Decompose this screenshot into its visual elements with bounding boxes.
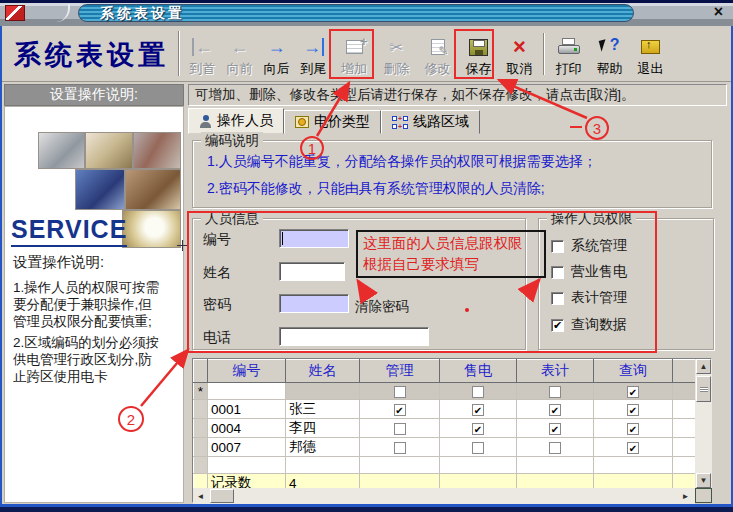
grid-checkbox[interactable]: ✔	[627, 404, 639, 416]
grid-checkbox[interactable]: ✔	[472, 423, 484, 435]
first-record-icon: ←	[192, 38, 213, 56]
record-count-value: 4	[286, 474, 360, 489]
grid-row-0001[interactable]: 0001 张三 ✔ ✔ ✔ ✔	[194, 400, 696, 419]
grid-checkbox[interactable]: ✔	[394, 404, 406, 416]
horizontal-scrollbar[interactable]: ◄ ►	[193, 488, 695, 504]
checkbox[interactable]	[551, 266, 564, 279]
tab-strip: 操作人员 电价类型 + + 线路区域	[188, 108, 480, 134]
perm-meter[interactable]: 表计管理	[551, 289, 627, 307]
close-icon[interactable]: ×	[714, 3, 723, 21]
perm-query[interactable]: ✔ 查询数据	[551, 316, 627, 334]
text-caret	[282, 232, 283, 245]
tab-price-types[interactable]: 电价类型	[284, 110, 381, 134]
delete-button[interactable]: ✂ 删除	[376, 27, 417, 81]
titlebar-curve-decoration	[40, 4, 70, 22]
region-boxes-icon: + +	[392, 115, 408, 130]
grid-checkbox[interactable]: ✔	[549, 423, 561, 435]
grid-checkbox[interactable]	[549, 386, 561, 398]
id-input[interactable]	[279, 229, 349, 248]
phone-input[interactable]	[279, 327, 429, 346]
password-label: 密码	[203, 296, 231, 314]
checkbox[interactable]: ✔	[551, 319, 564, 332]
red-x-icon: ×	[513, 36, 526, 58]
perm-system-admin[interactable]: 系统管理	[551, 237, 627, 255]
help-button[interactable]: ? 帮助	[589, 27, 630, 81]
add-button[interactable]: + 增加	[332, 27, 376, 81]
col-meter[interactable]: 表计	[517, 360, 594, 383]
toolbar-separator	[543, 33, 545, 75]
last-record-button[interactable]: → 到尾	[295, 27, 332, 81]
grid-checkbox[interactable]	[394, 386, 406, 398]
grid-checkbox[interactable]: ✔	[627, 442, 639, 454]
photo-pens	[133, 132, 181, 169]
col-id[interactable]: 编号	[208, 360, 286, 383]
printer-icon	[558, 38, 580, 56]
grid-table: 编号 姓名 管理 售电 表计 查询 * ✔	[193, 359, 695, 488]
col-admin[interactable]: 管理	[360, 360, 440, 383]
operator-grid: 编号 姓名 管理 售电 表计 查询 * ✔	[192, 358, 712, 503]
tab-line-areas[interactable]: + + 线路区域	[381, 110, 480, 134]
sidebar-panel: SERVICE 设置操作说明: 1.操作人员的权限可按需 要分配便于兼职操作,但…	[4, 106, 184, 503]
scroll-right-icon[interactable]: ►	[678, 489, 693, 503]
grid-checkbox[interactable]: ✔	[472, 404, 484, 416]
scroll-down-icon[interactable]: ▼	[696, 473, 711, 488]
clear-password-label[interactable]: 清除密码	[355, 298, 409, 316]
password-input[interactable]	[279, 294, 349, 313]
grid-checkbox[interactable]	[394, 442, 406, 454]
grid-checkbox[interactable]: ✔	[627, 386, 639, 398]
crosshair-mark	[182, 240, 183, 251]
coding-notes-group: 编码说明 1.人员编号不能重复，分配给各操作员的权限可根据需要选择； 2.密码不…	[192, 140, 712, 208]
save-button[interactable]: 保存	[458, 27, 499, 81]
grid-checkbox[interactable]	[472, 386, 484, 398]
cancel-button[interactable]: × 取消	[499, 27, 540, 81]
sidebar-header: 设置操作说明:	[4, 84, 184, 106]
col-query[interactable]: 查询	[594, 360, 673, 383]
scroll-thumb[interactable]	[210, 489, 234, 503]
first-record-button[interactable]: ← 到首	[184, 27, 221, 81]
person-icon	[199, 115, 212, 128]
coding-note-2: 2.密码不能修改，只能由具有系统管理权限的人员清除;	[207, 180, 545, 198]
exit-button[interactable]: ↑ 退出	[630, 27, 671, 81]
page-title: 系统表设置	[14, 37, 169, 73]
grid-checkbox[interactable]: ✔	[627, 423, 639, 435]
grid-new-row[interactable]: * ✔	[194, 383, 696, 400]
checkbox[interactable]	[551, 240, 564, 253]
scroll-left-icon[interactable]: ◄	[193, 489, 208, 503]
checkbox[interactable]	[551, 292, 564, 305]
modify-button[interactable]: ✎ 修改	[417, 27, 458, 81]
next-record-icon: →	[268, 38, 286, 56]
toolbar: ← 到首 ← 向前 → 向后 → 到尾 + 增加 ✂ 删除	[184, 27, 671, 81]
col-name[interactable]: 姓名	[286, 360, 360, 383]
grid-corner-box	[695, 488, 712, 503]
col-sales[interactable]: 售电	[440, 360, 517, 383]
coin-icon	[295, 116, 309, 128]
grid-checkbox[interactable]: ✔	[549, 404, 561, 416]
app-window: 系统表设置 × 系统表设置 ← 到首 ← 向前 → 向后 → 到尾 +	[0, 0, 733, 512]
permissions-group: 操作人员权限 系统管理 营业售电 表计管理 ✔ 查询数据	[538, 218, 714, 350]
prev-record-button[interactable]: ← 向前	[221, 27, 258, 81]
grid-checkbox[interactable]	[472, 442, 484, 454]
print-button[interactable]: 打印	[548, 27, 589, 81]
prev-record-icon: ←	[231, 38, 249, 56]
grid-header-row: 编号 姓名 管理 售电 表计 查询	[194, 360, 696, 383]
exit-folder-icon: ↑	[641, 40, 660, 54]
grid-checkbox[interactable]	[394, 423, 406, 435]
tab-operators[interactable]: 操作人员	[188, 108, 284, 134]
scroll-thumb[interactable]	[696, 376, 711, 402]
grid-row-0004[interactable]: 0004 李四 ✔ ✔ ✔	[194, 419, 696, 438]
perm-sales[interactable]: 营业售电	[551, 263, 627, 281]
grid-row-0007[interactable]: 0007 邦德 ✔	[194, 438, 696, 457]
scroll-up-icon[interactable]: ▲	[696, 359, 711, 374]
header-panel: 系统表设置 ← 到首 ← 向前 → 向后 → 到尾 + 增加	[2, 26, 731, 82]
vertical-scrollbar[interactable]: ▲ ▼	[695, 359, 712, 488]
next-record-button[interactable]: → 向后	[258, 27, 295, 81]
name-input[interactable]	[279, 262, 345, 281]
person-info-group: 人员信息 编号 姓名 密码 清除密码 电话	[192, 218, 526, 350]
grid-empty-row	[194, 457, 696, 474]
sidebar-note-1: 1.操作人员的权限可按需 要分配便于兼职操作,但 管理员权限分配要慎重;	[13, 279, 181, 330]
photo-keyboard	[75, 169, 125, 210]
help-cursor-icon: ?	[600, 38, 620, 56]
grid-checkbox[interactable]	[549, 442, 561, 454]
scissors-icon: ✂	[390, 38, 403, 57]
phone-label: 电话	[203, 329, 231, 347]
